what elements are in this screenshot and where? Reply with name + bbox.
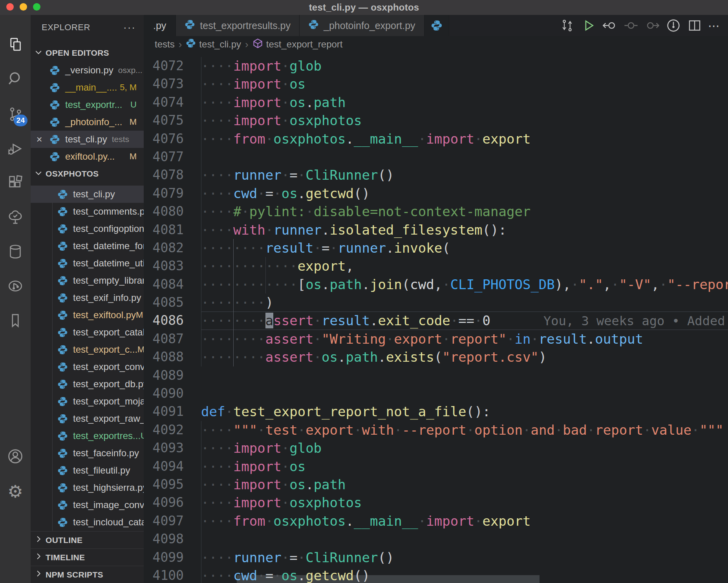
code-line-content[interactable]: ········assert·os.path.exists("report.cs… (201, 348, 728, 366)
source-control-icon[interactable]: 24 (0, 99, 31, 129)
code-line-content[interactable]: ····import·osxphotos (201, 111, 728, 129)
sidebar-section-timeline[interactable]: TIMELINE (31, 548, 144, 566)
code-line[interactable]: 4080····#·pylint:·disable=not-context-ma… (144, 202, 728, 220)
code-line-content[interactable]: ····runner·=·CliRunner() (201, 166, 728, 184)
code-line[interactable]: 4093····import·glob (144, 439, 728, 457)
code-line-content[interactable]: ····"""·test·export·with·--report·option… (201, 421, 728, 439)
code-line-content[interactable]: ····cwd·=·os.getcwd() (201, 567, 728, 583)
code-line[interactable]: 4074····import·os.path (144, 93, 728, 111)
sidebar-section-outline[interactable]: OUTLINE (31, 531, 144, 548)
close-window-button[interactable] (6, 3, 14, 11)
code-line[interactable]: 4081····with·runner.isolated_filesystem(… (144, 221, 728, 239)
sidebar-more-actions-icon[interactable]: ··· (123, 22, 136, 34)
tree-item[interactable]: test_export_conver... (31, 358, 144, 375)
more-actions-icon[interactable]: ⋯ (708, 19, 721, 33)
history-clock-icon[interactable] (666, 18, 681, 33)
minimize-window-button[interactable] (20, 3, 27, 11)
close-icon[interactable]: × (31, 133, 48, 146)
account-icon[interactable] (0, 441, 31, 472)
code-line-content[interactable]: ········assert·result.exit_code·==·0You,… (201, 312, 728, 330)
tab-test-cli[interactable]: .py (144, 15, 176, 36)
open-editor-item[interactable]: exiftool.py...M (31, 148, 144, 165)
code-line[interactable]: 4079····cwd·=·os.getcwd() (144, 184, 728, 202)
code-line[interactable]: 4076····from·osxphotos.__main__·import·e… (144, 130, 728, 148)
code-line-content[interactable]: ········result·=·runner.invoke( (201, 239, 728, 257)
code-line[interactable]: 4083············export, (144, 257, 728, 275)
code-line[interactable]: 4072····import·glob (144, 57, 728, 75)
code-line[interactable]: 4082········result·=·runner.invoke( (144, 239, 728, 257)
code-line[interactable]: 4096····import·osxphotos (144, 494, 728, 512)
tree-item[interactable]: test_export_c...M (31, 341, 144, 358)
code-line-content[interactable]: ····from·osxphotos.__main__·import·expor… (201, 512, 728, 530)
code-line-content[interactable]: ····import·glob (201, 439, 728, 457)
breadcrumb-item[interactable]: test_cli.py (186, 38, 241, 51)
code-line[interactable]: 4089 (144, 366, 728, 384)
code-line-content[interactable]: ········assert·"Writing·export·report"·i… (201, 330, 728, 348)
code-line[interactable]: 4099····runner·=·CliRunner() (144, 548, 728, 567)
tree-item[interactable]: test_exportres...U (31, 427, 144, 445)
code-line[interactable]: 4098 (144, 530, 728, 548)
code-line-content[interactable]: ····from·osxphotos.__main__·import·expor… (201, 130, 728, 148)
code-line[interactable]: 4090 (144, 384, 728, 403)
step-forward-icon[interactable] (644, 18, 660, 33)
code-line-content[interactable]: ····import·glob (201, 57, 728, 75)
tab-test_exportresults-py[interactable]: test_exportresults.py (176, 15, 300, 36)
code-line[interactable]: 4091def·test_export_report_not_a_file(): (144, 403, 728, 421)
tree-item[interactable]: test_export_mojave... (31, 393, 144, 410)
tree-item[interactable]: test_empty_library_... (31, 272, 144, 289)
code-line[interactable]: 4077 (144, 148, 728, 166)
code-line[interactable]: 4088········assert·os.path.exists("repor… (144, 348, 728, 366)
test-tree-icon[interactable] (0, 202, 31, 233)
open-editor-item[interactable]: test_exportr...U (31, 96, 144, 113)
split-editor-icon[interactable] (687, 18, 702, 33)
code-line-content[interactable]: ····import·os (201, 75, 728, 93)
code-line-content[interactable]: ····import·osxphotos (201, 494, 728, 512)
tree-item[interactable]: test_datetime_form... (31, 237, 144, 255)
run-icon[interactable] (581, 18, 596, 33)
extensions-icon[interactable] (0, 168, 31, 199)
code-line[interactable]: 4078····runner·=·CliRunner() (144, 166, 728, 184)
tree-item[interactable]: test_configoptions.... (31, 220, 144, 237)
zoom-window-button[interactable] (33, 3, 40, 11)
code-line-content[interactable]: ············export, (201, 257, 728, 275)
tree-item[interactable]: test_export_db.py (31, 375, 144, 393)
code-line[interactable]: 4097····from·osxphotos.__main__·import·e… (144, 512, 728, 530)
open-editor-item[interactable]: __main__....5, M (31, 79, 144, 96)
code-line[interactable]: 4086········assert·result.exit_code·==·0… (144, 312, 728, 330)
git-compare-icon[interactable] (560, 18, 575, 33)
code-line-content[interactable]: ····import·os (201, 457, 728, 476)
code-line[interactable]: 4084············[os.path.join(cwd,·CLI_P… (144, 275, 728, 293)
code-line-content[interactable]: ····with·runner.isolated_filesystem(): (201, 221, 728, 239)
run-debug-icon[interactable] (0, 133, 31, 164)
tree-item[interactable]: test_datetime_utils.... (31, 255, 144, 272)
tree-item[interactable]: test_export_catalin... (31, 324, 144, 341)
tree-item[interactable]: test_incloud_catali... (31, 514, 144, 531)
code-line-content[interactable]: ····cwd·=·os.getcwd() (201, 184, 728, 202)
pinned-tab-python-icon[interactable] (424, 15, 449, 36)
open-editors-section-header[interactable]: OPEN EDITORS (31, 44, 144, 62)
code-editor[interactable]: 4072····import·glob4073····import·os4074… (144, 53, 728, 583)
open-editor-item[interactable]: _photoinfo_...M (31, 113, 144, 131)
code-line[interactable]: 4073····import·os (144, 75, 728, 93)
code-line-content[interactable]: def·test_export_report_not_a_file(): (201, 403, 728, 421)
gitlens-icon[interactable] (0, 271, 31, 301)
code-line-content[interactable]: ····import·os.path (201, 476, 728, 494)
code-line[interactable]: 4092····"""·test·export·with·--report·op… (144, 421, 728, 439)
files-icon[interactable] (0, 29, 31, 60)
code-line[interactable]: 4075····import·osxphotos (144, 111, 728, 129)
open-editor-item[interactable]: _version.pyosxp... (31, 62, 144, 79)
code-line-content[interactable] (201, 530, 728, 548)
tree-item[interactable]: test_exiftool.pyM (31, 306, 144, 324)
code-line-content[interactable]: ············[os.path.join(cwd,·CLI_PHOTO… (201, 275, 728, 293)
tree-item[interactable]: test_highsierra.py (31, 479, 144, 496)
breadcrumb-item[interactable]: tests (155, 39, 175, 50)
code-line[interactable]: 4100····cwd·=·os.getcwd() (144, 567, 728, 583)
tree-item[interactable]: test_cli.py (31, 186, 144, 203)
tree-item[interactable]: test_export_raw_ca... (31, 410, 144, 427)
code-line[interactable]: 4087········assert·"Writing·export·repor… (144, 330, 728, 348)
code-line-content[interactable] (201, 366, 728, 384)
settings-gear-icon[interactable]: ⚙ (0, 476, 31, 507)
step-back-icon[interactable] (602, 18, 618, 33)
open-editor-item[interactable]: ×test_cli.pytests (31, 131, 144, 148)
tree-item[interactable]: test_exif_info.py (31, 289, 144, 306)
